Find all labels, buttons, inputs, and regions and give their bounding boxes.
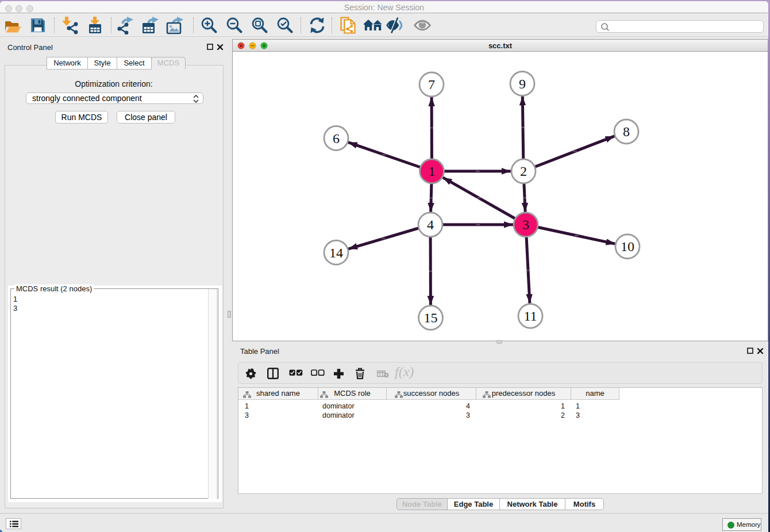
svg-text:14: 14: [329, 245, 343, 260]
svg-text:10: 10: [621, 239, 634, 254]
svg-text:6: 6: [333, 131, 340, 146]
svg-text:2: 2: [520, 164, 527, 179]
svg-text:11: 11: [523, 309, 537, 323]
svg-text:4: 4: [427, 217, 434, 232]
svg-text:9: 9: [519, 76, 526, 91]
svg-text:8: 8: [623, 124, 630, 139]
svg-text:3: 3: [522, 217, 529, 232]
svg-text:7: 7: [428, 77, 435, 92]
svg-text:15: 15: [424, 310, 438, 325]
svg-text:1: 1: [429, 164, 436, 179]
